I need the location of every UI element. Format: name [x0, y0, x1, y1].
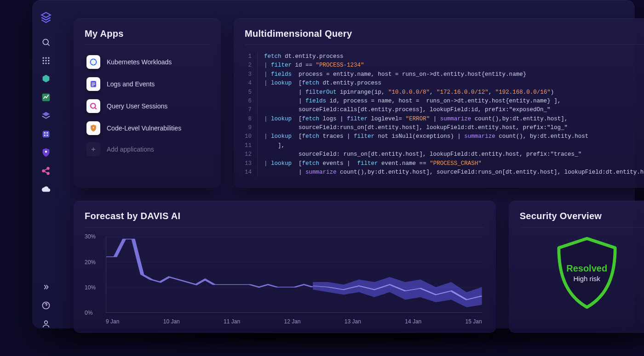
dice-icon[interactable] — [37, 125, 55, 143]
app-label: Code-Level Vulnerabilities — [107, 124, 181, 132]
app-label: Kubernetes Workloads — [107, 58, 172, 66]
svg-point-19 — [46, 132, 48, 134]
security-shield: Resolved High risk — [548, 234, 626, 312]
apps-grid-icon[interactable] — [37, 51, 55, 70]
cloud-icon[interactable] — [37, 180, 55, 198]
hex-icon[interactable] — [37, 70, 55, 88]
svg-rect-17 — [43, 131, 50, 138]
my-apps-list: Kubernetes WorkloadsLogs and EventsQuery… — [85, 51, 210, 139]
my-apps-card: My Apps Kubernetes WorkloadsLogs and Eve… — [74, 18, 221, 188]
y-tick: 30% — [85, 233, 96, 240]
share-icon[interactable] — [37, 162, 55, 180]
code-content: fetch dt.entity.process| filter id == "P… — [258, 52, 644, 177]
x-tick: 15 Jan — [466, 318, 482, 325]
svg-point-15 — [48, 62, 49, 64]
svg-point-7 — [43, 57, 44, 59]
x-tick: 11 Jan — [224, 318, 240, 325]
app-row-0[interactable]: Kubernetes Workloads — [85, 51, 210, 73]
sidebar-rail — [33, 4, 59, 333]
svg-point-9 — [48, 57, 49, 59]
app-row-2[interactable]: Query User Sessions — [85, 96, 210, 117]
app-row-1[interactable]: Logs and Events — [85, 73, 210, 95]
line-numbers: 1234567891011121314 — [245, 52, 258, 177]
x-tick: 12 Jan — [284, 318, 300, 325]
svg-point-8 — [45, 57, 46, 59]
forecast-title: Forecast by DAVIS AI — [85, 211, 485, 227]
layers-icon[interactable] — [37, 107, 55, 125]
x-tick: 9 Jan — [106, 318, 119, 325]
plus-icon — [86, 142, 100, 156]
vuln-icon — [86, 121, 100, 135]
app-logo-icon[interactable] — [37, 8, 55, 27]
svg-point-13 — [43, 62, 44, 64]
forecast-chart[interactable]: 9 Jan10 Jan11 Jan12 Jan13 Jan14 Jan15 Ja… — [85, 235, 485, 322]
svg-point-11 — [45, 60, 46, 61]
svg-point-22 — [45, 151, 47, 153]
logs-icon — [86, 77, 100, 91]
svg-point-12 — [48, 60, 49, 61]
x-tick: 13 Jan — [345, 318, 361, 325]
user-icon[interactable] — [37, 315, 55, 333]
svg-point-14 — [45, 62, 46, 64]
x-tick: 14 Jan — [405, 318, 421, 325]
query-icon — [86, 99, 100, 113]
add-applications-button[interactable]: Add applications — [85, 139, 210, 160]
y-tick: 20% — [85, 259, 96, 266]
query-title: Multidimensional Query — [245, 28, 644, 45]
app-label: Logs and Events — [107, 80, 155, 88]
add-applications-label: Add applications — [107, 146, 154, 153]
svg-point-27 — [45, 321, 48, 324]
svg-point-18 — [44, 132, 46, 134]
app-row-3[interactable]: Code-Level Vulnerabilities — [85, 118, 210, 139]
search-icon[interactable] — [37, 33, 55, 51]
y-tick: 0% — [85, 310, 92, 316]
svg-point-6 — [43, 39, 48, 45]
security-status: Resolved — [566, 263, 607, 274]
expand-icon[interactable] — [37, 278, 55, 296]
y-tick: 10% — [85, 284, 96, 291]
app-shell: My Apps Kubernetes WorkloadsLogs and Eve… — [32, 0, 635, 328]
my-apps-title: My Apps — [85, 28, 210, 45]
svg-point-20 — [44, 135, 46, 136]
query-card: Multidimensional Query 12345678910111213… — [234, 18, 644, 188]
app-label: Query User Sessions — [107, 102, 167, 110]
svg-rect-2 — [92, 83, 95, 83]
help-icon[interactable] — [37, 296, 55, 315]
code-block[interactable]: 1234567891011121314 fetch dt.entity.proc… — [245, 52, 644, 177]
svg-point-21 — [46, 135, 48, 136]
shield-user-icon[interactable] — [37, 143, 55, 162]
security-title: Security Overview — [520, 211, 644, 227]
svg-rect-3 — [92, 84, 95, 85]
forecast-card: Forecast by DAVIS AI 9 Jan10 Jan11 Jan12… — [74, 201, 496, 333]
svg-point-5 — [91, 103, 96, 108]
svg-point-10 — [43, 60, 44, 61]
chart-icon[interactable] — [37, 88, 55, 107]
x-tick: 10 Jan — [163, 318, 180, 325]
security-risk: High risk — [573, 275, 600, 283]
security-card: Security Overview Resolved High risk — [509, 201, 644, 333]
kubernetes-icon — [86, 55, 100, 69]
svg-rect-4 — [92, 85, 94, 86]
